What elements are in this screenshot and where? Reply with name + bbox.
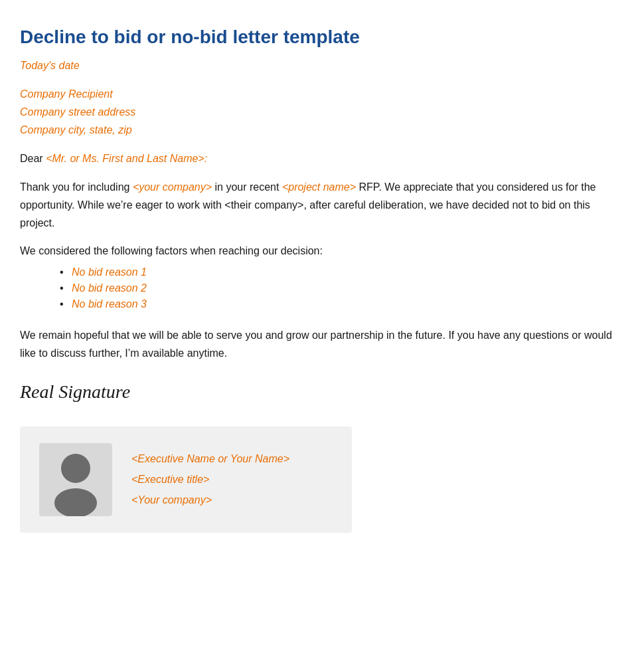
footer-card: <Executive Name or Your Name> <Executive… [20,426,352,533]
executive-name: <Executive Name or Your Name> [131,450,289,468]
address-block: Company Recipient Company street address… [20,85,624,140]
your-company-placeholder: <your company> [133,181,212,193]
list-item: No bid reason 1 [60,266,624,278]
reason-3: No bid reason 3 [72,298,147,310]
svg-point-2 [54,488,97,516]
avatar [36,440,116,520]
salutation-static: Dear [20,153,46,164]
page-title: Decline to bid or no-bid letter template [20,27,624,48]
project-name-placeholder: <project name> [282,181,356,193]
closing-paragraph: We remain hopeful that we will be able t… [20,326,624,362]
svg-point-1 [61,454,90,483]
reason-2: No bid reason 2 [72,282,147,294]
footer-info: <Executive Name or Your Name> <Executive… [131,450,289,510]
street-address: Company street address [20,103,624,121]
reasons-list: No bid reason 1 No bid reason 2 No bid r… [60,266,624,310]
city-state-zip: Company city, state, zip [20,121,624,139]
body-paragraph-1: Thank you for including <your company> i… [20,178,624,233]
recipient-name: Company Recipient [20,85,624,103]
list-item: No bid reason 3 [60,298,624,310]
date-line: Today's date [20,60,624,72]
list-item: No bid reason 2 [60,282,624,294]
paragraph1-pre2: in your recent [212,181,282,193]
date-text: Today's date [20,60,80,71]
salutation: Dear <Mr. or Ms. First and Last Name>: [20,153,624,165]
executive-title: <Executive title> [131,470,289,488]
signature-block: Real Signature [20,381,624,403]
factors-intro: We considered the following factors when… [20,245,624,257]
reason-1: No bid reason 1 [72,266,147,278]
salutation-placeholder: <Mr. or Ms. First and Last Name>: [46,153,207,164]
paragraph1-pre1: Thank you for including [20,181,133,193]
signature-text: Real Signature [20,381,130,402]
company-name: <Your company> [131,491,289,509]
